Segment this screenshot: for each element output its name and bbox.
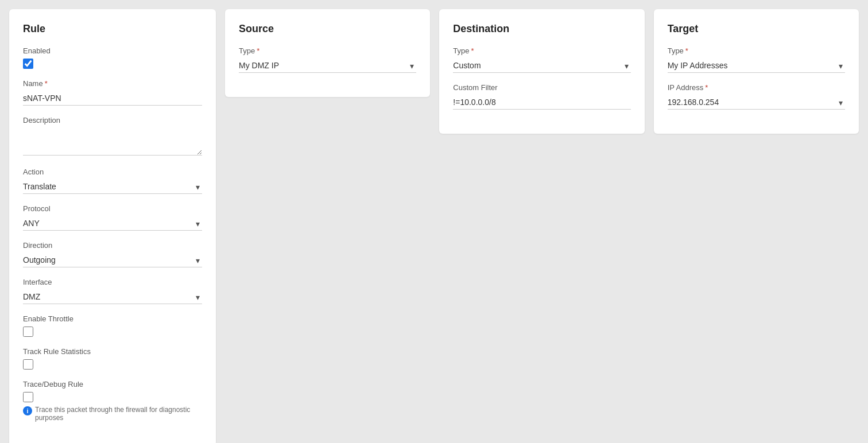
target-type-label: Type * — [668, 46, 845, 55]
description-label: Description — [23, 116, 202, 125]
enable-throttle-label: Enable Throttle — [23, 314, 202, 323]
target-type-select-wrapper: My IP Addresses Custom Any — [668, 59, 845, 73]
enable-throttle-checkbox[interactable] — [23, 327, 33, 337]
name-required-star: * — [45, 79, 48, 88]
description-field-group: Description — [23, 116, 202, 157]
target-type-select[interactable]: My IP Addresses Custom Any — [668, 59, 845, 73]
trace-debug-field-group: Trace/Debug Rule i Trace this packet thr… — [23, 380, 202, 422]
rule-title: Rule — [23, 23, 202, 35]
ip-address-required-star: * — [705, 83, 708, 92]
source-type-label: Type * — [239, 46, 416, 55]
custom-filter-input[interactable] — [453, 95, 630, 110]
source-card: Source Type * My DMZ IP My WAN IP Custom… — [225, 9, 430, 97]
target-title: Target — [668, 23, 845, 35]
page-layout: Rule Enabled Name * Description Action T… — [9, 9, 859, 443]
destination-type-required-star: * — [471, 46, 474, 55]
interface-select[interactable]: DMZ WAN LAN — [23, 290, 202, 304]
enable-throttle-field-group: Enable Throttle — [23, 314, 202, 337]
track-stats-checkbox[interactable] — [23, 359, 33, 370]
action-field-group: Action Translate No Translate — [23, 168, 202, 194]
direction-label: Direction — [23, 241, 202, 250]
trace-hint: i Trace this packet through the firewall… — [23, 406, 202, 422]
trace-debug-checkbox[interactable] — [23, 392, 33, 402]
enable-throttle-checkbox-wrapper — [23, 327, 202, 337]
direction-select[interactable]: Outgoing Incoming — [23, 253, 202, 267]
target-type-required-star: * — [685, 46, 688, 55]
enabled-checkbox-wrapper — [23, 59, 202, 69]
target-card: Target Type * My IP Addresses Custom Any… — [654, 9, 859, 134]
interface-select-wrapper: DMZ WAN LAN — [23, 290, 202, 304]
ip-address-select[interactable]: 192.168.0.254 192.168.0.1 — [668, 95, 845, 110]
target-type-field-group: Type * My IP Addresses Custom Any — [668, 46, 845, 73]
custom-filter-label: Custom Filter — [453, 83, 630, 92]
destination-type-select[interactable]: Custom Any My LAN IP My WAN IP — [453, 59, 630, 73]
track-stats-label: Track Rule Statistics — [23, 347, 202, 356]
source-type-field-group: Type * My DMZ IP My WAN IP Custom Any — [239, 46, 416, 73]
name-input[interactable] — [23, 91, 202, 106]
source-title: Source — [239, 23, 416, 35]
rule-card: Rule Enabled Name * Description Action T… — [9, 9, 216, 443]
enabled-checkbox[interactable] — [23, 59, 33, 69]
source-type-select[interactable]: My DMZ IP My WAN IP Custom Any — [239, 59, 416, 73]
action-select-wrapper: Translate No Translate — [23, 180, 202, 194]
trace-debug-label: Trace/Debug Rule — [23, 380, 202, 388]
interface-field-group: Interface DMZ WAN LAN — [23, 278, 202, 304]
destination-type-select-wrapper: Custom Any My LAN IP My WAN IP — [453, 59, 630, 73]
ip-address-label: IP Address * — [668, 83, 845, 92]
name-label: Name * — [23, 79, 202, 88]
enabled-field-group: Enabled — [23, 46, 202, 69]
ip-address-field-group: IP Address * 192.168.0.254 192.168.0.1 — [668, 83, 845, 110]
destination-card: Destination Type * Custom Any My LAN IP … — [439, 9, 644, 134]
protocol-label: Protocol — [23, 204, 202, 213]
direction-select-wrapper: Outgoing Incoming — [23, 253, 202, 267]
source-type-select-wrapper: My DMZ IP My WAN IP Custom Any — [239, 59, 416, 73]
protocol-select-wrapper: ANY TCP UDP ICMP — [23, 216, 202, 231]
description-textarea[interactable] — [23, 128, 202, 156]
protocol-field-group: Protocol ANY TCP UDP ICMP — [23, 204, 202, 231]
trace-debug-checkbox-wrapper — [23, 392, 202, 402]
info-icon: i — [23, 406, 32, 415]
destination-type-label: Type * — [453, 46, 630, 55]
source-type-required-star: * — [257, 46, 259, 55]
track-stats-checkbox-wrapper — [23, 359, 202, 370]
protocol-select[interactable]: ANY TCP UDP ICMP — [23, 216, 202, 231]
destination-title: Destination — [453, 23, 630, 35]
ip-address-select-wrapper: 192.168.0.254 192.168.0.1 — [668, 95, 845, 110]
track-stats-field-group: Track Rule Statistics — [23, 347, 202, 370]
direction-field-group: Direction Outgoing Incoming — [23, 241, 202, 267]
name-field-group: Name * — [23, 79, 202, 106]
action-label: Action — [23, 168, 202, 176]
action-select[interactable]: Translate No Translate — [23, 180, 202, 194]
enabled-label: Enabled — [23, 46, 202, 55]
destination-type-field-group: Type * Custom Any My LAN IP My WAN IP — [453, 46, 630, 73]
interface-label: Interface — [23, 278, 202, 286]
custom-filter-field-group: Custom Filter — [453, 83, 630, 110]
